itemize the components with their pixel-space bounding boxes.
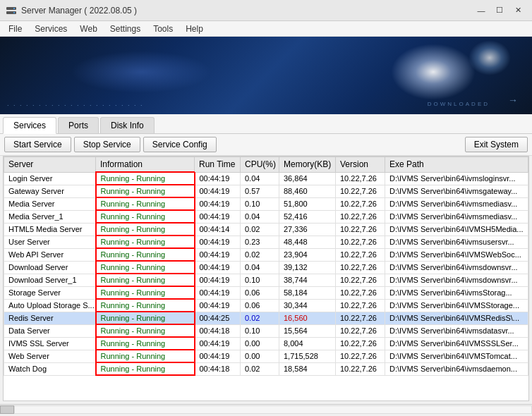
cell-exe: D:\IVMS Server\bin64\IVMSRedisS\... [385, 312, 528, 324]
cell-server: Redis Server [4, 312, 96, 324]
cell-cpu: 0.06 [241, 286, 279, 299]
cell-info: Running - Running [96, 337, 195, 350]
cell-memory: 30,344 [279, 299, 336, 312]
menu-web[interactable]: Web [74, 23, 102, 35]
cell-exe: D:\IVMS Server\bin64\IVMSStorage... [385, 299, 528, 312]
cell-version: 10.22,7.26 [336, 210, 385, 223]
cell-server: Data Server [4, 324, 96, 337]
cell-info: Running - Running [96, 172, 195, 185]
table-row[interactable]: Gateway ServerRunning - Running00:44:190… [4, 185, 528, 197]
menu-file[interactable]: File [3, 23, 28, 35]
scroll-thumb[interactable] [0, 405, 14, 414]
cell-memory: 88,460 [279, 185, 336, 197]
cell-memory: 18,584 [279, 362, 336, 375]
cell-version: 10.22,7.26 [336, 172, 385, 185]
cell-info: Running - Running [96, 210, 195, 223]
maximize-button[interactable]: ☐ [491, 4, 508, 18]
cell-version: 10.22,7.26 [336, 235, 385, 248]
table-row[interactable]: Download Server_1Running - Running00:44:… [4, 274, 528, 286]
table-row[interactable]: Auto Upload Storage S...Running - Runnin… [4, 299, 528, 312]
table-row[interactable]: Watch DogRunning - Running00:44:180.0218… [4, 362, 528, 375]
cell-memory: 23,904 [279, 248, 336, 261]
table-row[interactable]: Media Server_1Running - Running00:44:190… [4, 210, 528, 223]
cell-cpu: 0.04 [241, 210, 279, 223]
menu-help[interactable]: Help [180, 23, 209, 35]
cell-runtime: 00:44:19 [195, 172, 241, 185]
menu-services[interactable]: Services [29, 23, 73, 35]
col-header-server: Server [4, 157, 96, 173]
cell-version: 10.22,7.26 [336, 223, 385, 235]
cell-exe: D:\IVMS Server\bin64\IVMSH5Media... [385, 223, 528, 235]
services-table-container[interactable]: Server Information Run Time CPU(%) Memor… [3, 156, 529, 401]
cell-runtime: 00:44:19 [195, 350, 241, 362]
service-config-button[interactable]: Service Config [143, 137, 217, 152]
col-header-version: Version [336, 157, 385, 173]
cell-version: 10.22,7.26 [336, 299, 385, 312]
cell-info: Running - Running [96, 185, 195, 197]
stop-service-button[interactable]: Stop Service [74, 137, 140, 152]
cell-version: 10.22,7.26 [336, 324, 385, 337]
scroll-track[interactable] [14, 405, 532, 414]
close-button[interactable]: ✕ [509, 4, 526, 18]
banner-glow-1 [391, 44, 476, 100]
table-body: Login ServerRunning - Running00:44:190.0… [4, 172, 528, 375]
banner-glow-2 [468, 40, 511, 75]
horizontal-scrollbar[interactable] [0, 404, 532, 414]
table-row[interactable]: Login ServerRunning - Running00:44:190.0… [4, 172, 528, 185]
cell-memory: 1,715,528 [279, 350, 336, 362]
cell-version: 10.22,7.26 [336, 185, 385, 197]
cell-exe: D:\IVMS Server\bin64\ivmsdatasvr... [385, 324, 528, 337]
table-row[interactable]: IVMS SSL ServerRunning - Running00:44:19… [4, 337, 528, 350]
table-row[interactable]: Media ServerRunning - Running00:44:190.1… [4, 197, 528, 210]
cell-version: 10.22,7.26 [336, 312, 385, 324]
cell-cpu: 0.10 [241, 324, 279, 337]
cell-runtime: 00:44:25 [195, 312, 241, 324]
cell-memory: 58,184 [279, 286, 336, 299]
menu-settings[interactable]: Settings [104, 23, 146, 35]
cell-server: IVMS SSL Server [4, 337, 96, 350]
table-row[interactable]: Data ServerRunning - Running00:44:180.10… [4, 324, 528, 337]
tab-diskinfo[interactable]: Disk Info [100, 117, 155, 133]
cell-cpu: 0.57 [241, 185, 279, 197]
tabs-container: Services Ports Disk Info [0, 114, 532, 134]
cell-info: Running - Running [96, 324, 195, 337]
cell-memory: 39,132 [279, 261, 336, 274]
cell-info: Running - Running [96, 248, 195, 261]
table-row[interactable]: Web ServerRunning - Running00:44:190.001… [4, 350, 528, 362]
cell-cpu: 0.04 [241, 172, 279, 185]
table-row[interactable]: Web API ServerRunning - Running00:44:190… [4, 248, 528, 261]
cell-runtime: 00:44:19 [195, 261, 241, 274]
table-row[interactable]: Download ServerRunning - Running00:44:19… [4, 261, 528, 274]
cell-cpu: 0.02 [241, 312, 279, 324]
cell-cpu: 0.02 [241, 223, 279, 235]
cell-server: Storage Server [4, 286, 96, 299]
table-row[interactable]: Storage ServerRunning - Running00:44:190… [4, 286, 528, 299]
minimize-button[interactable]: — [473, 4, 490, 18]
table-header-row: Server Information Run Time CPU(%) Memor… [4, 157, 528, 173]
cell-exe: D:\IVMS Server\bin64\IVMSTomcat... [385, 350, 528, 362]
cell-info: Running - Running [96, 223, 195, 235]
cell-server: Auto Upload Storage S... [4, 299, 96, 312]
table-row[interactable]: User ServerRunning - Running00:44:190.23… [4, 235, 528, 248]
cell-cpu: 0.02 [241, 248, 279, 261]
cell-cpu: 0.04 [241, 261, 279, 274]
cell-info: Running - Running [96, 362, 195, 375]
cell-server: Gateway Server [4, 185, 96, 197]
cell-server: Download Server [4, 261, 96, 274]
tab-ports[interactable]: Ports [58, 117, 99, 133]
cell-memory: 38,744 [279, 274, 336, 286]
start-service-button[interactable]: Start Service [4, 137, 71, 152]
tab-services[interactable]: Services [3, 117, 56, 134]
table-row[interactable]: HTML5 Media ServerRunning - Running00:44… [4, 223, 528, 235]
table-row[interactable]: Redis ServerRunning - Running00:44:250.0… [4, 312, 528, 324]
cell-server: Web Server [4, 350, 96, 362]
cell-info: Running - Running [96, 286, 195, 299]
cell-info: Running - Running [96, 261, 195, 274]
cell-server: HTML5 Media Server [4, 223, 96, 235]
menu-tools[interactable]: Tools [147, 23, 179, 35]
exit-system-button[interactable]: Exit System [465, 137, 528, 152]
cell-exe: D:\IVMS Server\bin64\ivmsloginsvr... [385, 172, 528, 185]
cell-memory: 51,800 [279, 197, 336, 210]
cell-cpu: 0.10 [241, 197, 279, 210]
cell-memory: 36,864 [279, 172, 336, 185]
